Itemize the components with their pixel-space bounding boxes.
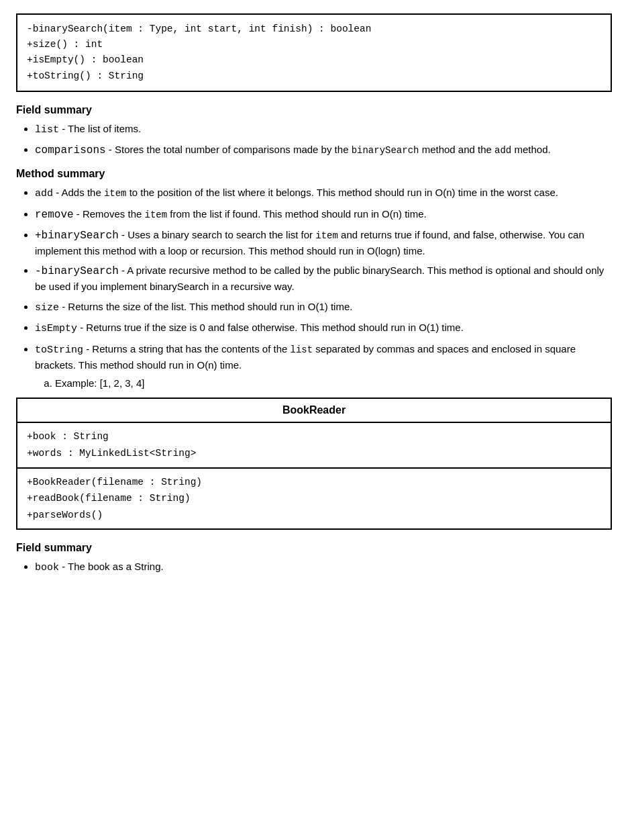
method-summary-list: add - Adds the item to the position of t…	[35, 185, 612, 391]
list-code-tostring: list	[291, 344, 313, 355]
method-name-minus-binary-search: -binarySearch	[35, 265, 119, 277]
uml-methods-cell: +BookReader(filename : String) +readBook…	[17, 468, 611, 530]
add-method-item: add - Adds the item to the position of t…	[35, 185, 612, 202]
item-code-bsearch: item	[315, 230, 338, 241]
item-code-remove: item	[144, 209, 167, 220]
first-field-summary-list: list - The list of items. comparisons - …	[35, 122, 612, 159]
size-method-item: size - Returns the size of the list. Thi…	[35, 299, 612, 316]
second-field-summary-title: Field summary	[16, 542, 612, 554]
minus-binary-search-item: -binarySearch - A private recursive meth…	[35, 263, 612, 295]
list-item: list - The list of items.	[35, 122, 612, 138]
uml-class-title: BookReader	[17, 398, 611, 422]
is-empty-method-item: isEmpty - Returns true if the size is 0 …	[35, 320, 612, 337]
method-summary-title: Method summary	[16, 168, 612, 180]
remove-method-item: remove - Removes the item from the list …	[35, 207, 612, 223]
top-code-box: -binarySearch(item : Type, int start, in…	[16, 13, 612, 92]
method-name-is-empty: isEmpty	[35, 323, 77, 334]
comparisons-item: comparisons - Stores the total number of…	[35, 142, 612, 158]
uml-methods-row: +BookReader(filename : String) +readBook…	[17, 468, 611, 530]
binary-search-code: binarySearch	[352, 145, 419, 156]
field-name-book: book	[35, 562, 59, 573]
field-name-list: list	[35, 124, 59, 136]
method-name-remove: remove	[35, 209, 74, 221]
book-field-item: book - The book as a String.	[35, 559, 612, 576]
first-field-summary-title: Field summary	[16, 104, 612, 116]
add-code: add	[494, 145, 511, 156]
method-name-to-string: toString	[35, 344, 83, 356]
field-name-comparisons: comparisons	[35, 144, 106, 156]
bookreader-uml-table: BookReader +book : String +words : MyLin…	[16, 398, 612, 530]
method-name-plus-binary-search: +binarySearch	[35, 230, 119, 242]
example-sub-item: Example: [1, 2, 3, 4]	[55, 376, 612, 391]
method-name-add: add	[35, 188, 53, 199]
uml-fields-row: +book : String +words : MyLinkedList<Str…	[17, 422, 611, 467]
field-separator: - The list of items.	[59, 123, 141, 134]
plus-binary-search-item: +binarySearch - Uses a binary search to …	[35, 228, 612, 259]
to-string-sub-list: Example: [1, 2, 3, 4]	[55, 376, 612, 391]
uml-title-row: BookReader	[17, 398, 611, 422]
uml-fields-cell: +book : String +words : MyLinkedList<Str…	[17, 422, 611, 467]
method-name-size: size	[35, 302, 59, 314]
to-string-method-item: toString - Returns a string that has the…	[35, 342, 612, 391]
item-code-add: item	[104, 188, 127, 199]
second-field-summary-list: book - The book as a String.	[35, 559, 612, 576]
